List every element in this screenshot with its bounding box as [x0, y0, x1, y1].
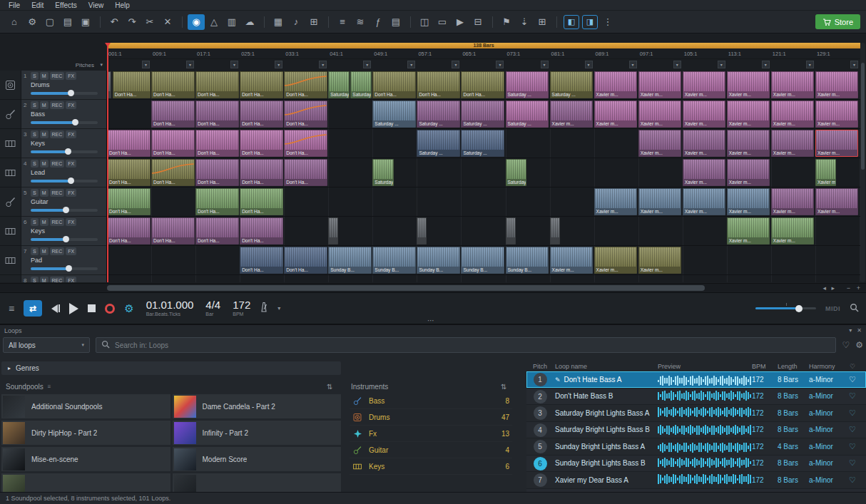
audio-clip[interactable]: Xavier m... — [594, 71, 638, 98]
audio-clip[interactable]: Xavier m... — [550, 247, 594, 274]
track-lane[interactable]: Don't Ha...Don't Ha...Don't Ha...Xavier … — [107, 187, 860, 217]
track-header[interactable]: 2SMRECFXBass — [21, 100, 106, 129]
record-button[interactable] — [105, 304, 115, 314]
audio-clip[interactable]: Don't Ha... — [113, 71, 151, 98]
audio-clip[interactable]: Xavier m... — [815, 130, 859, 157]
search-input[interactable] — [115, 341, 830, 349]
clip-variation-dropdown[interactable]: ▾ — [496, 61, 504, 68]
instrument-filter-item[interactable]: Guitar4 — [350, 442, 512, 458]
instrument-filter-item[interactable]: Bass8 — [350, 393, 512, 409]
favorites-heart-icon[interactable]: ♡ — [842, 340, 850, 350]
playhead[interactable] — [107, 43, 108, 282]
audio-clip[interactable]: Don't Ha... — [284, 247, 327, 274]
master-volume-slider[interactable] — [755, 307, 816, 309]
cloud-loops-icon[interactable]: ☁ — [241, 14, 258, 30]
audio-clip[interactable]: Xavier m... — [594, 247, 638, 274]
vertical-scrollbar[interactable] — [860, 43, 865, 282]
audio-clip[interactable]: Xavier m... — [771, 101, 815, 128]
audio-clip[interactable]: Xavier m... — [638, 130, 682, 157]
audio-clip[interactable]: Don't Ha... — [107, 130, 151, 157]
cut-icon[interactable]: ✂ — [141, 14, 158, 30]
volume-thumb[interactable] — [66, 265, 72, 272]
audio-clip[interactable]: Xavier m... — [771, 217, 815, 245]
soundpool-item[interactable]: Dirty HipHop - Part 2 — [1, 421, 170, 445]
panel-resize-handle[interactable]: ⋯ — [427, 317, 434, 324]
audio-clip[interactable]: Don't Ha... — [240, 247, 283, 274]
audio-clip[interactable]: Don't Ha... — [151, 159, 195, 186]
skip-to-start-button[interactable] — [51, 304, 60, 313]
audio-clip[interactable]: Don't Ha... — [151, 71, 195, 98]
audio-clip[interactable]: Don't Ha... — [195, 159, 239, 186]
track-icon-keys[interactable] — [0, 217, 21, 246]
audio-clip[interactable]: Don't Ha... — [151, 101, 195, 128]
delete-icon[interactable]: ✕ — [159, 14, 176, 30]
track-fx-button[interactable]: FX — [66, 101, 76, 109]
track-m-button[interactable]: M — [40, 160, 49, 168]
track-header[interactable]: 5SMRECFXGuitar — [21, 187, 106, 217]
instrument-filter-item[interactable]: Keys6 — [350, 458, 512, 475]
track-volume-slider[interactable] — [31, 150, 98, 153]
loops-filter-dropdown[interactable]: All loops ▾ — [3, 337, 90, 353]
audio-clip[interactable]: Sunday B... — [328, 247, 372, 274]
track-icon-guitar[interactable] — [0, 100, 21, 129]
clip-variation-dropdown[interactable]: ▾ — [850, 61, 858, 68]
track-icon-keys[interactable] — [0, 246, 21, 275]
more-options-icon[interactable]: ⋮ — [599, 14, 616, 30]
audio-clip[interactable]: Sunday B... — [372, 247, 416, 274]
audio-clip[interactable]: Xavier m... — [638, 71, 682, 98]
audio-clip[interactable]: Don't Ha... — [107, 188, 151, 215]
audio-clip[interactable]: Don't Ha... — [284, 101, 327, 128]
track-m-button[interactable]: M — [40, 101, 49, 109]
clip-variation-dropdown[interactable]: ▾ — [275, 61, 282, 68]
audio-clip[interactable]: Don't Ha... — [151, 130, 195, 157]
track-icon-drums[interactable] — [0, 71, 21, 100]
download-icon[interactable]: ⇣ — [516, 14, 533, 30]
undo-icon[interactable]: ↶ — [106, 14, 123, 30]
close-panel-icon[interactable]: ✕ — [857, 327, 862, 334]
track-s-button[interactable]: S — [31, 247, 39, 255]
audio-clip[interactable] — [506, 217, 516, 245]
audio-clip[interactable]: Don't Ha... — [284, 71, 327, 98]
track-header[interactable]: 6SMRECFXKeys — [21, 217, 106, 246]
audio-clip[interactable]: Xavier m... — [683, 188, 726, 215]
timeline-ruler[interactable]: 001:1009:1017:1025:1033:1041:1049:1057:1… — [107, 49, 860, 59]
zoom-in-icon[interactable]: + — [857, 284, 860, 292]
track-volume-slider[interactable] — [31, 180, 98, 182]
chevron-down-icon[interactable]: ▾ — [277, 305, 280, 312]
clip-variation-dropdown[interactable]: ▾ — [452, 61, 459, 68]
audio-clip[interactable]: Saturday ... — [506, 71, 549, 98]
templates-icon[interactable]: ▤ — [387, 14, 404, 30]
track-icon-keys[interactable] — [0, 129, 21, 158]
mixer-icon[interactable]: ≡ — [334, 14, 351, 30]
video-monitor-icon[interactable]: ▶ — [452, 14, 469, 30]
track-volume-slider[interactable] — [31, 92, 98, 95]
audio-clip[interactable]: Saturday ... — [461, 101, 504, 128]
audio-clip[interactable]: Saturday ... — [328, 71, 350, 98]
track-m-button[interactable]: M — [40, 72, 49, 80]
audio-clip[interactable]: Saturday ... — [506, 159, 527, 186]
favorite-heart-icon[interactable]: ♡ — [845, 442, 860, 451]
audio-clip[interactable]: Xavier m... — [638, 188, 682, 215]
clip-variation-dropdown[interactable]: ▾ — [407, 61, 415, 68]
audio-clip[interactable]: Xavier m... — [727, 159, 770, 186]
track-rec-button[interactable]: REC — [50, 277, 65, 282]
favorite-heart-icon[interactable]: ♡ — [845, 408, 860, 418]
loop-toggle-button[interactable]: ⇄ — [24, 300, 42, 317]
clip-variation-dropdown[interactable]: ▾ — [673, 61, 681, 68]
track-fx-button[interactable]: FX — [66, 277, 76, 282]
track-m-button[interactable]: M — [40, 277, 49, 282]
track-rec-button[interactable]: REC — [50, 130, 65, 138]
track-icon-guitar[interactable] — [0, 187, 21, 217]
track-rec-button[interactable]: REC — [50, 72, 65, 80]
audio-clip[interactable] — [328, 217, 338, 245]
menu-item-effects[interactable]: Effects — [49, 1, 82, 9]
audio-record-icon[interactable]: ◉ — [188, 14, 205, 30]
audio-clip[interactable]: Xavier m... — [771, 188, 815, 215]
track-rec-button[interactable]: REC — [50, 101, 65, 109]
audio-clip[interactable]: Saturday ... — [550, 71, 594, 98]
loop-row[interactable]: 7Xavier my Dear Bass A1728 Barsa-Minor♡ — [526, 472, 866, 489]
transport-settings-icon[interactable]: ⚙ — [124, 302, 133, 315]
track-rec-button[interactable]: REC — [50, 218, 65, 226]
audio-clip[interactable]: Don't Ha... — [240, 217, 283, 245]
audio-clip[interactable] — [550, 217, 560, 245]
